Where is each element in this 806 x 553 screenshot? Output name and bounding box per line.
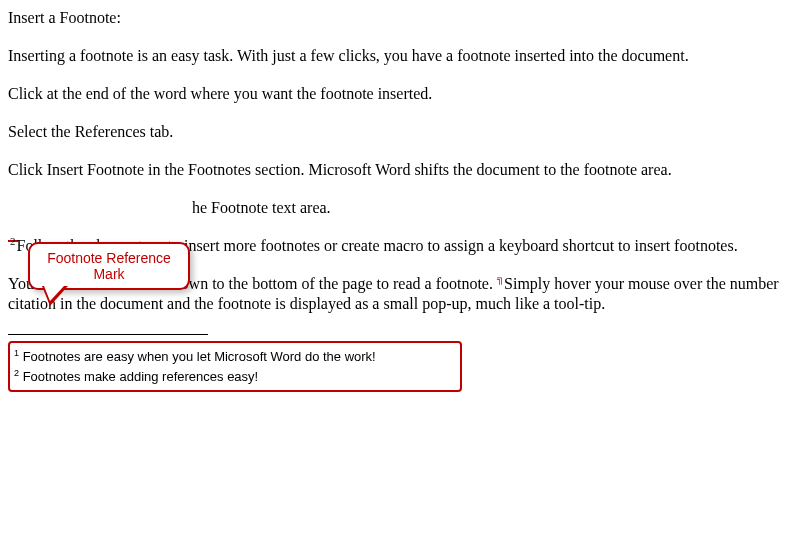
para-click-insert-footnote: Click Insert Footnote in the Footnotes s… [8, 160, 798, 180]
footnote-2: 2 Footnotes make adding references easy! [14, 367, 454, 387]
footnote-separator [8, 334, 208, 335]
document-body: Insert a Footnote: Inserting a footnote … [8, 8, 798, 392]
footnotes-area: 1 Footnotes are easy when you let Micros… [8, 341, 462, 392]
para-select-references: Select the References tab. [8, 122, 798, 142]
proofing-mark-icon: ╗ [497, 273, 504, 286]
para-type-text-visible: he Footnote text area. [192, 199, 331, 216]
footnote-1-text: Footnotes are easy when you let Microsof… [19, 349, 376, 364]
callout-ref-mark-line1: Footnote Reference [42, 250, 176, 266]
callout-ref-mark-line2: Mark [42, 266, 176, 282]
para-click-end: Click at the end of the word where you w… [8, 84, 798, 104]
para-intro: Inserting a footnote is an easy task. Wi… [8, 46, 798, 66]
heading-insert-footnote: Insert a Footnote: [8, 8, 798, 28]
footnote-1: 1 Footnotes are easy when you let Micros… [14, 347, 454, 367]
callout-footnote-reference-mark: Footnote Reference Mark [28, 242, 190, 290]
footnote-2-text: Footnotes make adding references easy! [19, 369, 258, 384]
callout-tail-fill-icon [44, 286, 64, 301]
para-type-text-partial: he Footnote text area. [8, 198, 798, 218]
